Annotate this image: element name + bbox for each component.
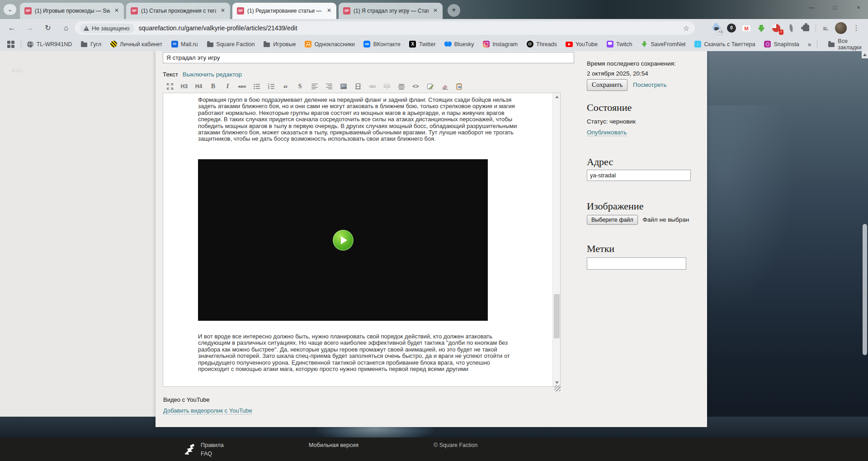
- embedded-video-placeholder[interactable]: [198, 159, 488, 321]
- maximize-button[interactable]: □: [828, 2, 842, 14]
- tab-close-icon[interactable]: ✕: [326, 7, 333, 14]
- site-footer: Правила FAQ Мобильная версия © Square Fa…: [0, 437, 868, 461]
- bookmark-label: Гугл: [90, 41, 101, 48]
- scroll-up-icon[interactable]: [553, 93, 561, 100]
- bookmark-item[interactable]: SaveFromNet: [641, 41, 685, 48]
- bold-button[interactable]: B: [208, 81, 218, 91]
- reading-list-icon[interactable]: ≡♪: [820, 23, 831, 33]
- paragraph-left-icon[interactable]: [309, 81, 320, 91]
- editor-scrollbar[interactable]: [552, 93, 560, 386]
- unordered-list-icon[interactable]: [251, 81, 262, 91]
- address-input[interactable]: [587, 170, 691, 181]
- horizontal-rule-icon[interactable]: [396, 81, 406, 91]
- savefrom-extension-icon[interactable]: [756, 23, 767, 33]
- bookmark-item[interactable]: YouTube: [566, 41, 598, 48]
- footer-faq-link[interactable]: FAQ: [201, 451, 212, 457]
- bookmark-item[interactable]: Square Faction: [207, 41, 255, 48]
- browser-tab[interactable]: SF(1) Я страдал эту игру — Стать✕: [339, 3, 443, 19]
- blockquote-button[interactable]: “: [280, 81, 291, 91]
- back-button[interactable]: ←: [5, 22, 18, 34]
- save-button[interactable]: Сохранить: [587, 79, 627, 91]
- new-tab-button[interactable]: +: [448, 4, 460, 17]
- eraser-icon[interactable]: [439, 81, 450, 91]
- all-bookmarks-button[interactable]: Все закладки: [828, 38, 862, 51]
- bookmarks-overflow-chevron[interactable]: »: [808, 41, 811, 48]
- tab-search-button[interactable]: ⌄: [4, 4, 16, 15]
- bookmark-item[interactable]: @Threads: [526, 41, 557, 48]
- bookmark-label: Twitter: [419, 41, 436, 48]
- address-bar[interactable]: Не защищено squarefaction.ru/game/valkyr…: [75, 21, 695, 35]
- insert-video-icon[interactable]: [353, 81, 363, 91]
- url-text[interactable]: squarefaction.ru/game/valkyrie-profile/a…: [139, 24, 297, 32]
- page-scroll-up-icon[interactable]: [862, 51, 868, 58]
- page-scrollbar-thumb[interactable]: [863, 224, 867, 355]
- video-play-icon[interactable]: [333, 230, 354, 251]
- code-button[interactable]: <>: [410, 81, 421, 91]
- home-button[interactable]: ⌂: [60, 22, 72, 34]
- bookmark-item[interactable]: TL-WR941ND: [27, 41, 72, 48]
- footer-mobile-link[interactable]: Мобильная версия: [309, 442, 359, 448]
- reload-button[interactable]: ↻: [42, 22, 54, 34]
- dark-circle-extension-icon[interactable]: 0: [726, 23, 737, 33]
- browser-tab[interactable]: SF(1) Редактирование статьи — В✕: [232, 3, 336, 19]
- bookmark-item[interactable]: Игровые: [263, 41, 296, 48]
- tab-close-icon[interactable]: ✕: [432, 7, 439, 14]
- bookmark-item[interactable]: VKВКонтакте: [363, 41, 401, 48]
- editor-area[interactable]: Формация групп в бою подразумевает делен…: [163, 93, 561, 387]
- italic-button[interactable]: I: [222, 81, 233, 91]
- cloud-sync-extension-icon[interactable]: +3: [711, 23, 722, 33]
- add-youtube-video-link[interactable]: Добавить видеоролик с YouTube: [163, 407, 252, 414]
- fullscreen-icon[interactable]: [165, 81, 175, 91]
- unlink-icon[interactable]: [382, 81, 392, 91]
- insert-image-icon[interactable]: [338, 81, 349, 91]
- apps-grid-icon[interactable]: [7, 41, 14, 48]
- bookmark-item[interactable]: Личный кабинет: [110, 41, 162, 48]
- tab-close-icon[interactable]: ✕: [113, 7, 120, 14]
- article-title-input[interactable]: [163, 52, 574, 63]
- preview-link[interactable]: Посмотреть: [633, 81, 666, 88]
- bookmark-item[interactable]: SnapInsta: [764, 41, 799, 48]
- page-scrollbar[interactable]: [862, 51, 868, 461]
- article-paragraph[interactable]: Формация групп в бою подразумевает делен…: [198, 97, 521, 143]
- profile-avatar[interactable]: [835, 22, 847, 34]
- browser-tab[interactable]: SF(1) Статьи прохождения с тега✕: [126, 3, 230, 19]
- bookmark-item[interactable]: Одноклассники: [304, 41, 354, 48]
- browser-menu-icon[interactable]: ⋮: [851, 23, 862, 33]
- footer-rules-link[interactable]: Правила: [201, 442, 224, 448]
- bookmark-item[interactable]: Instagram: [482, 41, 518, 48]
- spoiler-button[interactable]: S: [295, 81, 305, 91]
- heading3-button[interactable]: H3: [179, 81, 189, 91]
- bookmark-item[interactable]: ↓Скачать с Твиттера: [694, 41, 755, 48]
- tab-close-icon[interactable]: ✕: [219, 7, 226, 14]
- publish-link[interactable]: Опубликовать: [587, 129, 627, 136]
- heading4-button[interactable]: H4: [193, 81, 204, 91]
- feather-extension-icon[interactable]: [786, 23, 797, 33]
- editor-resize-grip[interactable]: [554, 385, 561, 391]
- bookmark-item[interactable]: XTwitter: [409, 41, 436, 48]
- browser-tab[interactable]: SF(1) Игровые промокоды — Sw✕: [20, 3, 124, 19]
- bookmark-item[interactable]: Twitch: [606, 41, 632, 48]
- bookmark-item[interactable]: Bluesky: [444, 41, 474, 48]
- extensions-puzzle-icon[interactable]: [801, 23, 811, 33]
- edit-html-icon[interactable]: [425, 81, 435, 91]
- bookmark-item[interactable]: ✉Mail.ru: [171, 41, 198, 48]
- paragraph-right-icon[interactable]: [324, 81, 334, 91]
- editor-toolbar: H3H4BIABC123“S<>W: [165, 81, 464, 91]
- security-chip[interactable]: Не защищено: [80, 24, 134, 33]
- red-ring-extension-icon[interactable]: 7: [771, 23, 782, 33]
- gmail-extension-icon[interactable]: M: [741, 23, 752, 33]
- editor-scrollbar-thumb[interactable]: [554, 294, 560, 338]
- strikethrough-button[interactable]: ABC: [237, 81, 247, 91]
- article-paragraph[interactable]: И вот вроде все интересно должно быть, н…: [198, 333, 521, 372]
- choose-file-button[interactable]: Выберите файл: [587, 215, 638, 225]
- tags-input[interactable]: [587, 257, 686, 270]
- bookmark-item[interactable]: Гугл: [80, 41, 101, 48]
- paste-word-icon[interactable]: W: [454, 81, 464, 91]
- close-button[interactable]: ×: [852, 2, 865, 14]
- toggle-editor-link[interactable]: Выключить редактор: [183, 71, 242, 78]
- minimize-button[interactable]: —: [805, 2, 818, 14]
- link-icon[interactable]: [367, 81, 377, 91]
- forward-button[interactable]: →: [24, 22, 36, 34]
- bookmark-star-icon[interactable]: ☆: [683, 24, 689, 33]
- ordered-list-icon[interactable]: 123: [266, 81, 276, 91]
